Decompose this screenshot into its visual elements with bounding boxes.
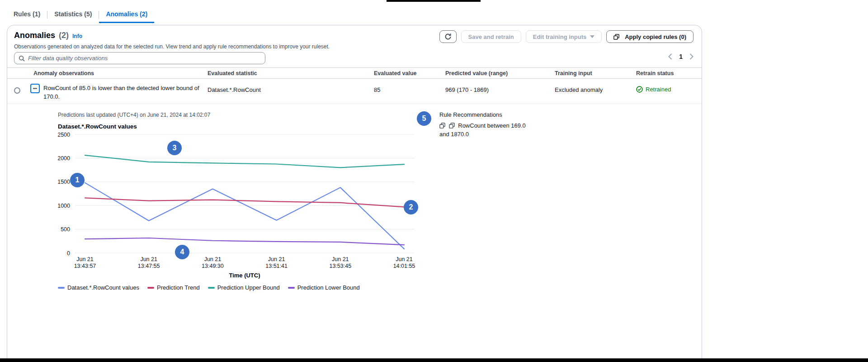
panel-description: Observations generated on analyzed data … [14, 43, 330, 50]
training-input-cell: Excluded anomaly [555, 79, 636, 104]
recommended-rule: RowCount between 169.0 and 1870.0 [439, 121, 536, 138]
refresh-icon [444, 33, 452, 40]
column-header-anomaly-observations: Anomaly observations [33, 70, 208, 76]
x-axis-label: Time (UTC) [55, 272, 434, 279]
row-select-cell [7, 79, 33, 104]
legend-marker [288, 287, 295, 289]
page: Rules (1) Statistics (5) Anomalies (2) A… [0, 0, 868, 362]
x-tick-label: Jun 21 [76, 256, 94, 262]
column-header-evaluated-value: Evaluated value [374, 70, 445, 76]
minus-icon [33, 86, 38, 91]
x-tick-label: Jun 21 [268, 256, 285, 262]
tab-bar: Rules (1) Statistics (5) Anomalies (2) [14, 7, 154, 23]
collapse-row-toggle[interactable] [30, 84, 40, 93]
panel-count: (2) [59, 31, 69, 40]
copy-icon[interactable] [449, 123, 455, 129]
legend-label: Prediction Upper Bound [217, 284, 280, 291]
anomaly-observation-text: RowCount of 85.0 is lower than the detec… [43, 84, 203, 104]
legend-label: Dataset.*.RowCount values [67, 284, 139, 291]
info-link[interactable]: Info [72, 33, 82, 39]
y-tick-label: 0 [67, 250, 70, 257]
edit-training-inputs-label: Edit training inputs [533, 33, 586, 40]
legend-item-2[interactable]: Prediction Upper Bound [208, 284, 280, 291]
table-row: RowCount of 85.0 is lower than the detec… [7, 79, 702, 104]
y-tick-label: 2500 [57, 132, 70, 138]
rule-recommendations: Rule Recommendations RowCount between 16… [439, 111, 536, 138]
column-header-predicted-value-range: Predicted value (range) [445, 70, 555, 76]
anomalies-panel: Anomalies (2) Info Observations generate… [7, 25, 702, 362]
apply-copied-rules-button[interactable]: Apply copied rules (0) [606, 30, 693, 43]
callout-badge-5: 5 [417, 111, 431, 126]
callout-badge-2: 2 [404, 200, 418, 214]
predictions-updated-text: Predictions last updated (UTC+4) on June… [58, 112, 210, 118]
caret-down-icon [590, 35, 594, 38]
x-tick-label: 13:53:45 [329, 263, 351, 269]
refresh-button[interactable] [439, 30, 457, 43]
callout-badge-1: 1 [70, 173, 85, 187]
previous-page-button[interactable] [668, 53, 672, 60]
evaluated-statistic-cell: Dataset.*.RowCount [208, 79, 374, 104]
panel-actions: Save and retrain Edit training inputs Ap… [439, 30, 693, 43]
legend-item-3[interactable]: Prediction Lower Bound [288, 284, 360, 291]
series-line-2 [85, 155, 404, 167]
x-tick-label: Jun 21 [204, 256, 222, 262]
x-tick-label: 14:01:55 [393, 263, 415, 269]
column-header-evaluated-statistic: Evaluated statistic [208, 70, 374, 76]
chart-legend: Dataset.*.RowCount valuesPrediction Tren… [58, 284, 360, 291]
copy-icon[interactable] [439, 123, 445, 129]
retrain-status-badge: Retrained [646, 86, 671, 93]
legend-label: Prediction Lower Bound [297, 284, 360, 291]
panel-title: Anomalies [14, 31, 55, 40]
top-black-strip [387, 0, 481, 2]
tab-anomalies[interactable]: Anomalies (2) [99, 7, 154, 23]
retrain-status-cell: Retrained [636, 79, 702, 104]
x-tick-label: Jun 21 [396, 256, 413, 262]
copy-icon [613, 34, 619, 40]
save-and-retrain-button[interactable]: Save and retrain [461, 30, 521, 43]
column-header-retrain-status: Retrain status [636, 70, 702, 76]
page-number[interactable]: 1 [679, 53, 683, 60]
observation-cell: RowCount of 85.0 is lower than the detec… [30, 79, 208, 104]
row-radio-button[interactable] [14, 87, 20, 94]
bottom-black-bar [0, 358, 868, 362]
tab-statistics[interactable]: Statistics (5) [47, 7, 99, 23]
evaluated-value-cell: 85 [374, 79, 445, 104]
callout-badge-3: 3 [167, 141, 182, 155]
legend-item-1[interactable]: Prediction Trend [147, 284, 200, 291]
y-tick-label: 500 [61, 226, 70, 233]
legend-marker [58, 287, 65, 289]
x-tick-label: 13:51:41 [265, 263, 288, 269]
filter-input[interactable] [28, 55, 261, 62]
table-header: Anomaly observations Evaluated statistic… [7, 67, 702, 79]
column-header-training-input: Training input [555, 70, 636, 76]
legend-marker [208, 287, 215, 289]
panel-header: Anomalies (2) Info [14, 31, 82, 40]
legend-item-0[interactable]: Dataset.*.RowCount values [58, 284, 139, 291]
anomaly-trend-chart[interactable]: 05001000150020002500Jun 2113:43:57Jun 21… [55, 131, 434, 272]
legend-marker [147, 287, 154, 289]
edit-training-inputs-button[interactable]: Edit training inputs [526, 30, 602, 43]
apply-copied-rules-label: Apply copied rules (0) [625, 33, 686, 40]
predicted-range-cell: 969 (170 - 1869) [445, 79, 555, 104]
chart-title: Dataset.*.RowCount values [58, 123, 137, 130]
search-icon [19, 55, 25, 62]
tab-rules[interactable]: Rules (1) [14, 7, 47, 23]
x-tick-label: 13:49:30 [202, 263, 224, 269]
y-tick-label: 2000 [57, 155, 70, 162]
next-page-button[interactable] [689, 53, 693, 60]
x-tick-label: Jun 21 [140, 256, 157, 262]
check-circle-icon [636, 86, 643, 93]
y-tick-label: 1500 [57, 179, 70, 185]
series-line-0 [85, 183, 404, 249]
y-tick-label: 1000 [57, 203, 70, 209]
x-tick-label: 13:43:57 [74, 263, 96, 269]
x-tick-label: Jun 21 [332, 256, 349, 262]
rule-recommendations-title: Rule Recommendations [439, 111, 536, 118]
series-line-3 [85, 238, 404, 245]
pagination: 1 [668, 53, 693, 60]
x-tick-label: 13:47:55 [138, 263, 160, 269]
filter-box [14, 52, 265, 64]
legend-label: Prediction Trend [157, 284, 200, 291]
callout-badge-4: 4 [175, 245, 189, 259]
